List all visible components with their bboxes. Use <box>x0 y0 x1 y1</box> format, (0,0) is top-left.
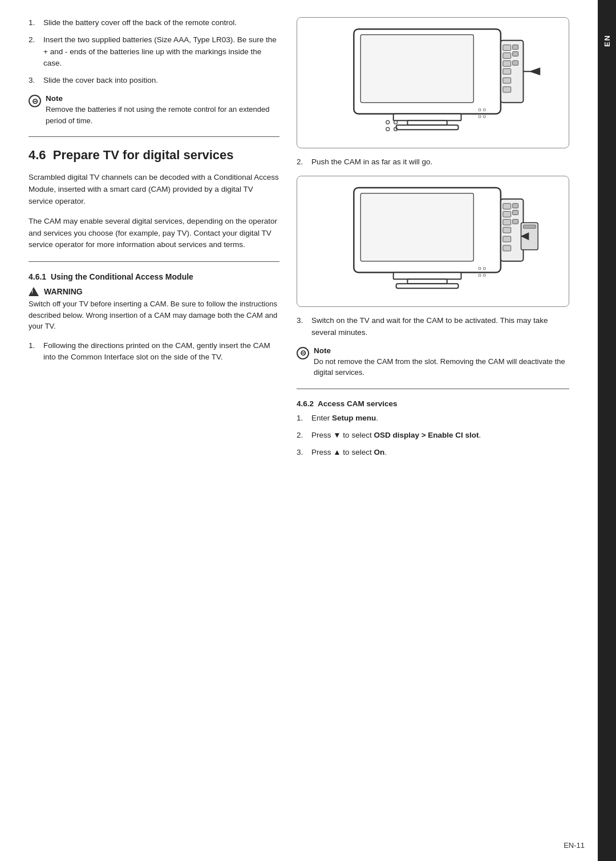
step-text: Following the directions printed on the … <box>43 340 279 363</box>
svg-rect-14 <box>513 60 518 65</box>
tv-illustration-1: o o o o <box>303 23 563 142</box>
note-text: Remove the batteries if not using the re… <box>46 104 279 126</box>
step-number: 2. <box>29 34 39 69</box>
en-tab: EN <box>598 0 616 861</box>
svg-rect-9 <box>503 68 511 74</box>
warning-triangle-icon: ! <box>29 287 39 296</box>
step-text: Slide the battery cover off the back of … <box>43 17 237 29</box>
step-number: 1. <box>29 340 39 363</box>
tv-diagram-1: o o o o <box>297 17 569 148</box>
right-step-3: 3. Switch on the TV and wait for the CAM… <box>297 315 569 338</box>
svg-rect-29 <box>503 204 511 209</box>
svg-rect-33 <box>503 236 511 242</box>
svg-rect-3 <box>407 120 447 125</box>
svg-rect-36 <box>513 211 518 215</box>
left-column: 1. Slide the battery cover off the back … <box>29 17 279 844</box>
svg-rect-31 <box>503 220 511 225</box>
page-number: EN-11 <box>564 841 585 850</box>
note-content: Note Remove the batteries if not using t… <box>46 94 279 126</box>
body-text-1: Scrambled digital TV channels can be dec… <box>29 172 279 208</box>
svg-text:o  o: o o <box>478 113 486 119</box>
step-text: Press ▼ to select OSD display > Enable C… <box>311 430 481 441</box>
svg-point-16 <box>386 127 390 131</box>
svg-rect-12 <box>513 45 518 50</box>
step-text: Slide the cover back into position. <box>43 75 158 86</box>
list-item: 2. Insert the two supplied batteries (Si… <box>29 34 279 69</box>
note-text-2: Do not remove the CAM from the slot. Rem… <box>314 356 569 378</box>
step-number: 2. <box>297 430 307 441</box>
section-divider-right <box>297 389 569 389</box>
subsection-462-title: 4.6.2 Access CAM services <box>297 399 569 408</box>
content-area: 1. Slide the battery cover off the back … <box>0 0 598 861</box>
svg-rect-2 <box>394 114 461 120</box>
page-wrapper: EN 1. Slide the battery cover off the ba… <box>0 0 616 861</box>
battery-steps-list: 1. Slide the battery cover off the back … <box>29 17 279 86</box>
step-text: Insert the two supplied batteries (Size … <box>43 34 279 69</box>
step-number: 3. <box>297 447 307 458</box>
list-item: 2. Press ▼ to select OSD display > Enabl… <box>297 430 569 441</box>
section-number-label: 4.6 Prepare TV for digital services <box>29 147 279 164</box>
svg-rect-8 <box>503 60 511 66</box>
tv-diagram-2: o o o o <box>297 176 569 307</box>
svg-point-15 <box>386 120 390 124</box>
note-icon: ⊝ <box>29 95 41 107</box>
svg-rect-1 <box>360 35 473 103</box>
svg-rect-37 <box>513 220 518 224</box>
step-number: 3. <box>297 315 307 338</box>
step-number: 3. <box>29 75 39 86</box>
svg-rect-10 <box>503 78 511 83</box>
svg-rect-25 <box>394 273 461 280</box>
svg-rect-24 <box>360 193 473 261</box>
note-title: Note <box>46 94 279 103</box>
body-text-2: The CAM may enable several digital servi… <box>29 216 279 252</box>
list-item: 3. Slide the cover back into position. <box>29 75 279 86</box>
note-icon-2: ⊝ <box>297 347 309 359</box>
svg-rect-30 <box>503 212 511 217</box>
note-title-2: Note <box>314 346 569 355</box>
step-text: Switch on the TV and wait for the CAM to… <box>311 315 569 338</box>
svg-rect-26 <box>407 280 447 284</box>
list-item: 1. Following the directions printed on t… <box>29 340 279 363</box>
step-text: Press ▲ to select On. <box>311 447 387 458</box>
section-46-title: 4.6 Prepare TV for digital services <box>29 147 279 164</box>
section-divider-2 <box>29 261 279 262</box>
warning-label: WARNING <box>44 287 83 296</box>
warning-text: Switch off your TV before inserting a CA… <box>29 298 279 332</box>
section-divider <box>29 136 279 137</box>
cam-steps-list: 1. Following the directions printed on t… <box>29 340 279 363</box>
note-box-2: ⊝ Note Do not remove the CAM from the sl… <box>297 346 569 378</box>
svg-rect-11 <box>503 87 511 92</box>
svg-rect-34 <box>503 245 511 251</box>
access-steps-list: 1. Enter Setup menu. 2. Press ▼ to selec… <box>297 413 569 459</box>
en-tab-label: EN <box>603 34 611 47</box>
step-text: Enter Setup menu. <box>311 413 378 424</box>
right-column: o o o o 2. Push the CAM in as far as it … <box>297 17 569 844</box>
right-step-2: 2. Push the CAM in as far as it will go. <box>297 156 569 168</box>
svg-rect-7 <box>503 53 511 59</box>
svg-rect-27 <box>396 284 459 289</box>
svg-rect-6 <box>503 45 511 51</box>
warning-box: ! WARNING Switch off your TV before inse… <box>29 287 279 332</box>
list-item: 3. Press ▲ to select On. <box>297 447 569 458</box>
warning-title: ! WARNING <box>29 287 279 296</box>
subsection-461-title: 4.6.1 Using the Conditional Access Modul… <box>29 272 279 281</box>
note-content-2: Note Do not remove the CAM from the slot… <box>314 346 569 378</box>
svg-rect-13 <box>513 52 518 56</box>
list-item: 1. Slide the battery cover off the back … <box>29 17 279 29</box>
step-number: 2. <box>297 156 307 168</box>
step-number: 1. <box>29 17 39 29</box>
svg-text:o  o: o o <box>478 106 486 112</box>
svg-text:o  o: o o <box>478 272 486 278</box>
list-item: 1. Enter Setup menu. <box>297 413 569 424</box>
svg-rect-32 <box>503 227 511 233</box>
svg-rect-4 <box>396 125 459 130</box>
note-box-1: ⊝ Note Remove the batteries if not using… <box>29 94 279 126</box>
step-number: 1. <box>297 413 307 424</box>
tv-illustration-2: o o o o <box>303 182 563 301</box>
step-text: Push the CAM in as far as it will go. <box>311 156 432 168</box>
svg-rect-39 <box>523 225 536 229</box>
svg-rect-35 <box>513 204 518 208</box>
svg-text:o  o: o o <box>478 265 486 271</box>
